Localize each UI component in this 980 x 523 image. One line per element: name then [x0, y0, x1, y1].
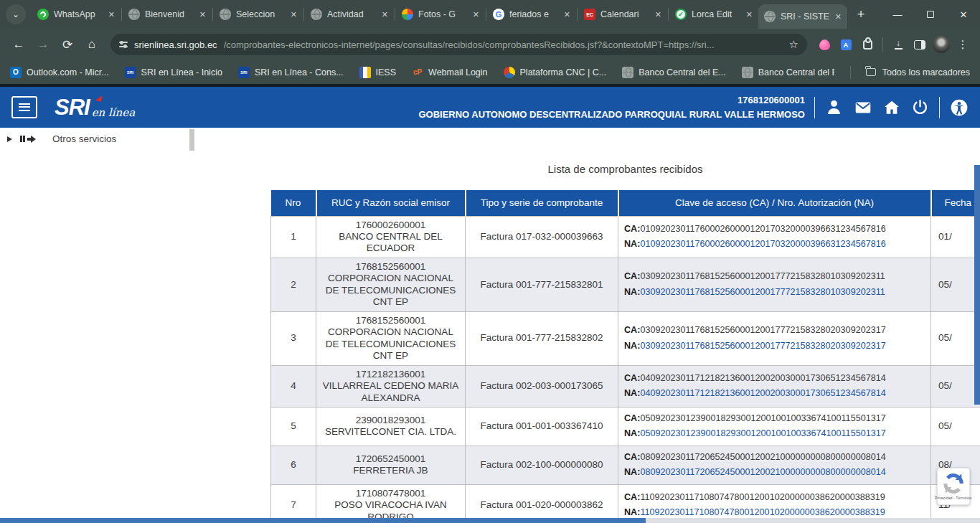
bookmark-item[interactable]: SRI en Línea - Cons...: [238, 67, 344, 78]
tab-search-chevron-icon[interactable]: ⌄: [6, 4, 26, 24]
side-panel-icon[interactable]: [910, 40, 930, 50]
bookmark-item[interactable]: Webmail Login: [412, 67, 487, 78]
iess-icon: [359, 67, 371, 78]
bookmark-item[interactable]: SRI en Línea - Inicio: [125, 67, 222, 78]
restore-icon: [927, 11, 934, 18]
comprobantes-table-wrapper: NroRUC y Razón social emisorTipo y serie…: [270, 190, 980, 518]
bookmark-label: Outlook.com - Micr...: [27, 67, 109, 77]
tab-label: feriados e: [509, 9, 559, 19]
sidebar-scrollbar[interactable]: [189, 129, 194, 151]
tab-close-icon[interactable]: ✕: [473, 10, 479, 19]
tab-label: Seleccion: [236, 9, 286, 19]
tab-close-icon[interactable]: ✕: [382, 10, 388, 19]
downloads-icon[interactable]: ↓: [888, 39, 908, 50]
column-header: Nro: [271, 190, 316, 216]
extension-pink-icon[interactable]: [814, 39, 834, 50]
site-settings-icon[interactable]: [119, 42, 128, 47]
home-button-icon[interactable]: [882, 98, 901, 117]
back-icon[interactable]: ←: [7, 37, 30, 52]
globe-icon: [622, 67, 633, 78]
browser-tab[interactable]: Actividad✕: [305, 0, 394, 29]
browser-tab[interactable]: feriados e✕: [487, 0, 576, 29]
browser-tab[interactable]: SRI - SISTE✕: [758, 4, 847, 29]
browser-tab[interactable]: Seleccion✕: [214, 0, 303, 29]
tab-separator: [303, 8, 304, 21]
tabs-container: WhatsApp✕Bienvenid✕Seleccion✕Actividad✕F…: [32, 0, 847, 29]
recaptcha-badge[interactable]: Privacidad - Términos: [937, 468, 970, 505]
na-link[interactable]: 0509202301239001829300120010010033674100…: [640, 428, 885, 438]
recaptcha-terms-label[interactable]: Privacidad - Términos: [935, 496, 972, 500]
taxpayer-identity: 1768120600001 GOBIERNO AUTONOMO DESCENTR…: [418, 93, 805, 121]
sri-logo[interactable]: SRI en línea: [55, 96, 135, 118]
tab-close-icon[interactable]: ✕: [199, 10, 206, 19]
table-row: 31768152560001CORPORACION NACIONAL DE TE…: [271, 311, 980, 365]
na-link[interactable]: 0409202301171218213600120020030001730651…: [640, 388, 885, 398]
bookmark-label: SRI en Línea - Cons...: [255, 67, 344, 77]
forward-icon[interactable]: →: [32, 37, 55, 52]
sri-icon: [125, 67, 136, 78]
header-separator: [814, 97, 815, 118]
menu-hamburger-icon[interactable]: [11, 96, 37, 118]
horizontal-scrollbar-thumb[interactable]: [0, 518, 646, 523]
bookmarks-separator: [850, 66, 851, 79]
cell-emisor: 1710807478001POSO VIRACOCHA IVAN RODRIGO: [316, 484, 466, 518]
close-button[interactable]: ✕: [947, 0, 980, 29]
mail-icon[interactable]: [853, 98, 872, 117]
tab-separator: [395, 8, 395, 21]
na-link[interactable]: 0109202301176000260000120170320000396631…: [640, 239, 885, 249]
logout-power-icon[interactable]: [910, 98, 930, 117]
browser-tab[interactable]: Lorca Edit✕: [669, 0, 758, 29]
tab-close-icon[interactable]: ✕: [655, 10, 661, 19]
cell-clave: CA:0809202301172065245000120021000000000…: [618, 446, 931, 484]
maximize-button[interactable]: [914, 0, 947, 29]
bookmark-star-icon[interactable]: ☆: [789, 38, 798, 51]
sri-icon: [238, 67, 250, 78]
reload-icon[interactable]: ⟳: [56, 37, 79, 52]
whatsapp-icon: [37, 9, 49, 20]
address-bar[interactable]: srienlinea.sri.gob.ec/comprobantes-elect…: [110, 34, 807, 55]
vertical-scrollbar-thumb[interactable]: [974, 165, 980, 405]
na-link[interactable]: 0309202301176815256000120017772158328010…: [640, 287, 885, 297]
sidebar-item-otros-servicios[interactable]: Otros servicios: [7, 133, 116, 144]
window-controls: — ✕: [881, 0, 980, 29]
photos-icon: [402, 9, 413, 20]
column-header: Clave de acceso (CA) / Nro. Autorización…: [618, 190, 931, 216]
horizontal-scrollbar[interactable]: [0, 518, 980, 523]
bookmark-item[interactable]: Outlook.com - Micr...: [10, 67, 109, 78]
minimize-button[interactable]: —: [881, 0, 914, 29]
user-icon[interactable]: [824, 98, 844, 117]
menu-kebab-icon[interactable]: ⋮: [953, 38, 973, 51]
browser-tab[interactable]: Fotos - G✕: [396, 0, 485, 29]
bookmark-item[interactable]: Banco Central del E...: [742, 67, 834, 78]
bookmark-item[interactable]: Banco Central del E...: [622, 67, 726, 78]
tab-close-icon[interactable]: ✕: [746, 10, 753, 19]
bookmark-item[interactable]: Plataforma CNC | C...: [504, 67, 607, 78]
expander-triangle-icon[interactable]: [7, 136, 12, 142]
browser-tab[interactable]: WhatsApp✕: [32, 0, 121, 29]
tab-close-icon[interactable]: ✕: [108, 10, 115, 19]
new-tab-button[interactable]: +: [850, 4, 872, 25]
browser-tab[interactable]: Calendari✕: [578, 0, 667, 29]
profile-avatar[interactable]: [931, 36, 951, 53]
na-link[interactable]: 0809202301172065245000120021000000000800…: [640, 467, 885, 477]
translate-icon[interactable]: [836, 39, 856, 50]
cell-fecha: 05/: [931, 258, 980, 311]
page-content: Otros servicios Lista de comprobantes re…: [0, 128, 980, 523]
column-header: Tipo y serie de comprobante: [466, 190, 618, 216]
home-icon[interactable]: ⌂: [80, 37, 103, 52]
accessibility-icon[interactable]: [949, 98, 969, 117]
table-row: 11760002600001BANCO CENTRAL DEL ECUADORF…: [271, 216, 980, 258]
browser-tab[interactable]: Bienvenid✕: [123, 0, 212, 29]
na-link[interactable]: 1109202301171080747800120010200000038620…: [640, 507, 885, 517]
tab-label: Calendari: [600, 9, 650, 19]
tab-close-icon[interactable]: ✕: [835, 12, 842, 22]
tab-close-icon[interactable]: ✕: [291, 10, 297, 19]
extensions-icon[interactable]: [857, 40, 877, 50]
na-link[interactable]: 0309202301176815256000120017772158328020…: [640, 341, 885, 351]
browser-tab-strip: ⌄ WhatsApp✕Bienvenid✕Seleccion✕Actividad…: [0, 0, 980, 29]
folder-icon: [866, 68, 876, 76]
bookmark-item[interactable]: IESS: [359, 67, 397, 78]
sri-logo-text: SRI: [55, 96, 90, 118]
tab-close-icon[interactable]: ✕: [564, 10, 570, 19]
all-bookmarks[interactable]: Todos los marcadores: [850, 66, 970, 79]
